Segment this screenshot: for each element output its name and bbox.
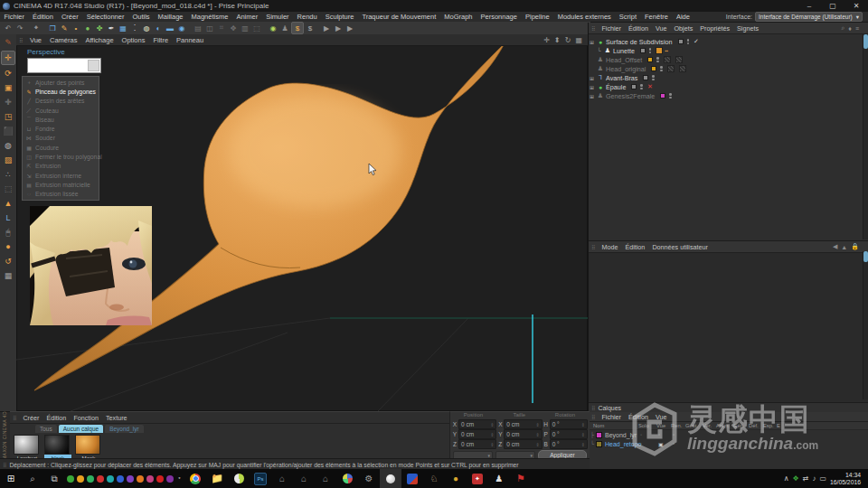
tab-beyond-lyr[interactable]: Beyond_lyr — [105, 425, 144, 433]
app-house-1-icon[interactable]: ⌂ — [271, 469, 293, 488]
am-lock-icon[interactable]: 🔒 — [849, 243, 861, 250]
visibility-dots[interactable] — [656, 57, 659, 62]
render-toggle[interactable]: ▫ — [673, 441, 675, 446]
viewport-rotate-icon[interactable]: ↻ — [565, 36, 571, 44]
convert-tool-icon[interactable]: ✎ — [2, 36, 14, 49]
render-settings-icon[interactable]: ▶ — [344, 23, 355, 33]
texture-tag-disabled[interactable] — [679, 65, 686, 72]
material-lambert[interactable]: Lambert — [14, 435, 41, 461]
am-menu-edition[interactable]: Édition — [621, 243, 648, 251]
array-icon[interactable]: ▦ — [118, 23, 128, 33]
ctx-pinceau-polygones[interactable]: ✎Pinceau de polygones — [23, 87, 99, 96]
tray-shield-icon[interactable]: ❖ — [793, 474, 799, 483]
tray-app-pink-icon[interactable] — [145, 469, 155, 488]
material-thumbnail[interactable] — [44, 435, 70, 455]
layer-row-head-retopo[interactable]: └ Head_retopo ◦ ▣ ▫ — [589, 439, 868, 448]
visibility-dots[interactable] — [652, 75, 655, 80]
camera-icon[interactable]: ◉ — [176, 23, 187, 33]
size-z-field[interactable]: 0 cm⇕ — [504, 439, 542, 449]
vp-menu-filtre[interactable]: Filtre — [149, 36, 173, 44]
mat-menu-fonction[interactable]: Fonction — [70, 414, 102, 422]
task-view-icon[interactable]: ⧉ — [43, 469, 65, 488]
om-menu-proprietes[interactable]: Propriétés — [696, 24, 733, 33]
expander-icon[interactable]: ⊞ — [589, 93, 595, 99]
chrome-icon[interactable] — [184, 469, 206, 488]
panel-grip-icon[interactable]: ⠿ — [589, 414, 598, 420]
taskbar-search-icon[interactable]: ⌕ — [22, 469, 43, 488]
visibility-dots[interactable] — [660, 66, 663, 71]
position-y-field[interactable]: 0 cm⇕ — [458, 429, 496, 439]
enable-toggle[interactable] — [643, 75, 648, 80]
model-mode-icon[interactable]: ⬛ — [2, 125, 14, 137]
solo-toggle[interactable]: ◦ — [640, 432, 642, 437]
position-z-field[interactable]: 0 cm⇕ — [458, 439, 496, 449]
viewport-toggle-icon[interactable]: ▦ — [575, 36, 582, 44]
start-button[interactable]: ⊞ — [0, 469, 22, 488]
enabled-check-icon[interactable]: ✓ — [693, 38, 699, 45]
menu-modules[interactable]: Modules externes — [553, 13, 615, 21]
material-black[interactable]: black — [44, 435, 71, 461]
vp-menu-options[interactable]: Options — [118, 36, 149, 44]
position-x-field[interactable]: 0 cm⇕ — [458, 419, 496, 429]
material-mask[interactable]: Mask — [75, 435, 102, 461]
visibility-dots[interactable] — [669, 93, 672, 99]
tray-app-violet-icon[interactable] — [165, 469, 175, 488]
vp-menu-cameras[interactable]: Caméras — [45, 36, 80, 44]
pen-tool-icon[interactable]: ✎ — [59, 23, 70, 33]
layers-menu-vue[interactable]: Vue — [652, 413, 671, 421]
enable-toggle[interactable] — [640, 48, 646, 53]
tray-app-teal-icon[interactable] — [105, 469, 115, 488]
taskbar-clock[interactable]: 14:34 16/05/2016 — [830, 472, 864, 486]
om-filter-icon[interactable]: ♦ — [846, 25, 854, 32]
selection-tag-dots[interactable]: ▪▪ — [665, 48, 668, 53]
object-row-epaule[interactable]: ⊞ ● Épaule ✕ — [589, 82, 858, 91]
tweak-mode-icon[interactable]: 🖰 — [2, 226, 14, 239]
panel-grip-icon[interactable]: ⠿ — [16, 37, 25, 43]
tray-asterisk-icon[interactable]: * — [175, 469, 184, 488]
tray-app-lock-icon[interactable] — [75, 469, 85, 488]
object-row-avant-bras[interactable]: ⊞ Ꞁ Avant-Bras — [589, 73, 858, 82]
light-icon[interactable]: ◍ — [141, 23, 152, 33]
snap-icon[interactable]: ▦ — [2, 269, 14, 282]
viewport-zoom-icon[interactable]: ⬍ — [554, 36, 561, 44]
material-thumbnail[interactable] — [75, 435, 100, 455]
instance-icon[interactable]: ⬚ — [251, 23, 262, 33]
visibility-dots[interactable] — [687, 39, 690, 44]
tray-app-dollar-icon[interactable] — [85, 469, 95, 488]
points-mode-icon[interactable]: ∴ — [2, 168, 14, 181]
panel-grip-icon[interactable]: ⠿ — [589, 405, 598, 411]
point-tool-icon[interactable]: • — [71, 23, 81, 33]
menu-script[interactable]: Script — [615, 13, 640, 21]
om-burger-icon[interactable]: ≡ — [854, 25, 861, 32]
menu-fenetre[interactable]: Fenêtre — [641, 13, 673, 21]
sphere-primitive-icon[interactable]: ● — [82, 23, 93, 33]
file-explorer-icon[interactable]: 📁 — [206, 469, 228, 488]
tab-tous[interactable]: Tous — [35, 425, 57, 433]
menu-traqueur[interactable]: Traqueur de Mouvement — [358, 13, 440, 21]
menu-mograph[interactable]: MoGraph — [440, 13, 476, 21]
menu-creer[interactable]: Créer — [57, 13, 82, 21]
commander-search-input[interactable] — [27, 58, 101, 73]
scale-tool-icon[interactable]: ▣ — [2, 81, 14, 94]
workplane-mode-icon[interactable]: ▨ — [2, 154, 14, 166]
layers-menu-edition[interactable]: Édition — [625, 413, 652, 421]
expander-icon[interactable]: ⊞ — [589, 75, 595, 81]
texture-tag-disabled[interactable] — [675, 56, 683, 63]
gear-app-icon[interactable]: ⚙ — [358, 469, 380, 488]
move-tool-icon[interactable]: ✛ — [1, 51, 15, 65]
layer-row-beyond-lyr[interactable]: ├ Beyond_lyr ◦ ▫ ▫ — [589, 430, 868, 439]
undo-icon[interactable]: ↶ — [3, 23, 14, 33]
vp-menu-vue[interactable]: Vue — [25, 36, 45, 44]
tray-app-green-icon[interactable] — [65, 469, 75, 488]
menu-outils[interactable]: Outils — [128, 13, 154, 21]
photoshop-icon[interactable]: Ps — [250, 469, 271, 488]
flag-app-icon[interactable]: ⚑ — [510, 469, 532, 488]
menu-edition[interactable]: Édition — [29, 13, 58, 21]
menu-sculpture[interactable]: Sculpture — [321, 13, 358, 21]
menu-pipeline[interactable]: Pipeline — [521, 13, 553, 21]
am-up-icon[interactable]: ▲ — [839, 244, 849, 250]
menu-selectionner[interactable]: Sélectionner — [82, 13, 128, 21]
deformer-icon[interactable]: ▤ — [193, 23, 203, 33]
panel-grip-icon[interactable]: ⠿ — [589, 25, 598, 32]
view-toggle[interactable]: ▣ — [658, 441, 664, 447]
